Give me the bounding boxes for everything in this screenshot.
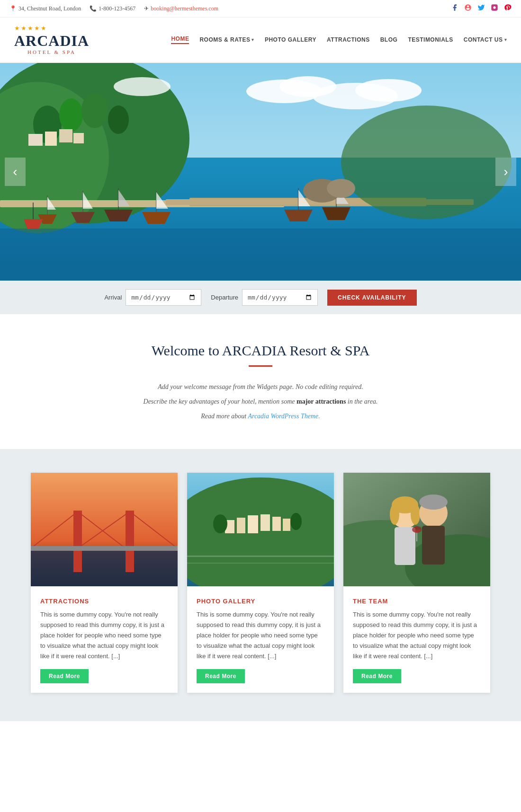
card-attractions: ATTRACTIONS This is some dummy copy. You…: [31, 473, 178, 693]
card-team-image: [343, 473, 490, 586]
arrival-input[interactable]: [126, 289, 201, 306]
nav-gallery[interactable]: PHOTO GALLERY: [265, 36, 316, 43]
svg-rect-67: [187, 563, 334, 564]
welcome-line1: Add your welcome message from the Widget…: [38, 381, 483, 393]
svg-rect-78: [422, 526, 445, 565]
card-team: THE TEAM This is some dummy copy. You're…: [343, 473, 490, 693]
welcome-title: Welcome to ARCADIA Resort & SPA: [38, 343, 483, 359]
svg-point-57: [187, 477, 334, 586]
svg-rect-47: [31, 548, 178, 586]
svg-rect-61: [260, 514, 270, 531]
svg-point-64: [213, 514, 227, 533]
svg-point-9: [108, 106, 129, 134]
svg-point-8: [81, 92, 108, 128]
email-icon: ✈: [144, 5, 149, 12]
phone-icon: 📞: [90, 5, 97, 12]
svg-point-43: [114, 77, 171, 96]
departure-field: Departure: [211, 289, 318, 306]
address-icon: 📍: [9, 5, 17, 12]
svg-point-7: [59, 98, 83, 132]
check-availability-button[interactable]: CHECK AVAILABILITY: [327, 290, 416, 306]
card-attractions-body: ATTRACTIONS This is some dummy copy. You…: [31, 588, 178, 693]
svg-point-38: [341, 106, 512, 219]
booking-bar: Arrival Departure CHECK AVAILABILITY: [0, 281, 521, 314]
main-nav: HOME ROOMS & RATES ▾ PHOTO GALLERY ATTRA…: [171, 35, 507, 44]
contact-dropdown-arrow: ▾: [504, 37, 507, 42]
hero-slider: ‹ ›: [0, 63, 521, 281]
logo-sub: HOTEL & SPA: [14, 49, 89, 55]
email-link[interactable]: booking@hermesthemes.com: [151, 5, 218, 12]
card-team-text: This is some dummy copy. You're not real…: [353, 609, 481, 662]
svg-rect-62: [272, 517, 281, 531]
welcome-text: Add your welcome message from the Widget…: [38, 381, 483, 423]
svg-rect-63: [283, 519, 290, 531]
svg-point-73: [390, 504, 399, 525]
card-gallery-readmore[interactable]: Read More: [197, 669, 245, 683]
logo: ★★★★★ ARCADIA HOTEL & SPA: [14, 25, 89, 55]
logo-name: ARCADIA: [14, 33, 89, 48]
svg-rect-48: [73, 511, 82, 572]
welcome-line2: Describe the key advantages of your hote…: [38, 396, 483, 407]
card-gallery: PHOTO GALLERY This is some dummy copy. Y…: [187, 473, 334, 693]
nav-contact[interactable]: CONTACT US ▾: [464, 36, 507, 43]
welcome-line3: Read more about Arcadia WordPress Theme.: [38, 410, 483, 422]
svg-point-42: [355, 79, 422, 102]
social-links: [451, 4, 512, 13]
hero-image: [0, 63, 521, 281]
slider-prev-button[interactable]: ‹: [5, 158, 26, 186]
top-bar-left: 📍 34, Chestnut Road, London 📞 1-800-123-…: [9, 5, 218, 12]
svg-point-77: [419, 494, 448, 510]
logo-stars: ★★★★★: [14, 25, 89, 32]
phone-text: 1-800-123-4567: [99, 5, 135, 12]
svg-rect-66: [187, 556, 334, 557]
svg-rect-54: [31, 546, 178, 551]
svg-rect-49: [126, 511, 134, 572]
arrival-field: Arrival: [104, 289, 201, 306]
svg-rect-12: [59, 129, 72, 142]
top-bar: 📍 34, Chestnut Road, London 📞 1-800-123-…: [0, 0, 521, 18]
svg-rect-13: [73, 133, 84, 143]
card-attractions-text: This is some dummy copy. You're not real…: [40, 609, 168, 662]
svg-rect-59: [237, 518, 245, 533]
nav-attractions[interactable]: ATTRACTIONS: [327, 36, 370, 43]
card-team-category: THE TEAM: [353, 598, 481, 605]
card-gallery-category: PHOTO GALLERY: [197, 598, 324, 605]
svg-rect-10: [28, 134, 43, 146]
svg-point-45: [327, 179, 355, 198]
email-info: ✈ booking@hermesthemes.com: [144, 5, 218, 12]
card-gallery-text: This is some dummy copy. You're not real…: [197, 609, 324, 662]
card-team-body: THE TEAM This is some dummy copy. You're…: [343, 588, 490, 693]
rooms-dropdown-arrow: ▾: [252, 37, 254, 42]
phone-info: 📞 1-800-123-4567: [90, 5, 135, 12]
address-text: 34, Chestnut Road, London: [18, 5, 81, 12]
card-attractions-readmore[interactable]: Read More: [40, 669, 89, 683]
card-team-readmore[interactable]: Read More: [353, 669, 401, 683]
twitter-icon[interactable]: [477, 4, 485, 13]
svg-rect-37: [0, 229, 521, 281]
departure-input[interactable]: [242, 289, 318, 306]
card-attractions-category: ATTRACTIONS: [40, 598, 168, 605]
departure-label: Departure: [211, 294, 238, 301]
facebook-icon[interactable]: [451, 4, 458, 13]
airbnb-icon[interactable]: [464, 4, 472, 13]
welcome-divider: [249, 365, 272, 367]
nav-rooms[interactable]: ROOMS & RATES ▾: [199, 36, 254, 43]
svg-rect-75: [395, 527, 415, 565]
cards-section: ATTRACTIONS This is some dummy copy. You…: [0, 449, 521, 721]
nav-testimonials[interactable]: TESTIMONIALS: [408, 36, 453, 43]
nav-home[interactable]: HOME: [171, 35, 189, 44]
svg-point-65: [290, 513, 302, 530]
card-gallery-body: PHOTO GALLERY This is some dummy copy. Y…: [187, 588, 334, 693]
svg-rect-11: [45, 132, 57, 146]
arcadia-link[interactable]: Arcadia WordPress Theme.: [248, 413, 320, 420]
pinterest-icon[interactable]: [504, 4, 512, 13]
welcome-bold: major attractions: [296, 398, 346, 405]
slider-next-button[interactable]: ›: [495, 158, 516, 186]
nav-blog[interactable]: BLOG: [380, 36, 398, 43]
arrival-label: Arrival: [104, 294, 122, 301]
svg-rect-60: [248, 515, 258, 533]
card-gallery-image: [187, 473, 334, 586]
instagram-icon[interactable]: [491, 4, 498, 13]
address-info: 📍 34, Chestnut Road, London: [9, 5, 81, 12]
header: ★★★★★ ARCADIA HOTEL & SPA HOME ROOMS & R…: [0, 18, 521, 63]
